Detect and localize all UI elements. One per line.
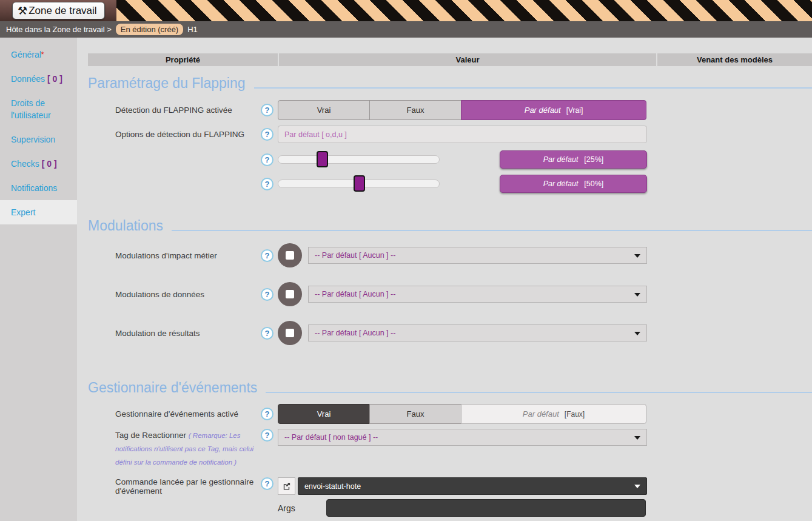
args-input[interactable]: [326, 499, 646, 517]
default-value: [Vrai]: [566, 106, 583, 115]
tristate-flapping-detection: Vrai Faux Par défaut [Vrai]: [278, 100, 647, 120]
row-label: Gestionnaire d'événements activé: [115, 409, 261, 418]
help-icon[interactable]: ?: [261, 153, 273, 166]
workspace-button-label: Zone de travail: [29, 5, 96, 17]
clear-selection-icon[interactable]: [278, 321, 302, 345]
help-icon[interactable]: ?: [261, 327, 273, 340]
select-value: -- Par défaut [ Aucun ] --: [315, 290, 395, 298]
sidebar-item-notifications[interactable]: Notifications: [0, 176, 77, 200]
option-false-button[interactable]: Faux: [369, 404, 461, 424]
count-badge: [ 0 ]: [47, 74, 62, 84]
table-header: Propriété Valeur Venant des modèles: [88, 53, 812, 66]
help-icon[interactable]: ?: [261, 288, 273, 301]
chevron-down-icon: [634, 485, 640, 488]
column-header-models: Venant des modèles: [657, 53, 812, 66]
option-default-button[interactable]: Par défaut [Faux]: [461, 404, 646, 424]
section-title-modulations: Modulations: [88, 216, 812, 234]
row-modulation-data: Modulations de données ? -- Par défaut […: [88, 282, 812, 306]
main-panel: Propriété Valeur Venant des modèles Para…: [77, 38, 812, 521]
sidebar-item-checks[interactable]: Checks[ 0 ]: [0, 152, 77, 176]
section-title-flapping: Paramétrage du Flapping: [88, 73, 812, 92]
option-true-button[interactable]: Vrai: [278, 404, 370, 424]
high-threshold-default-button[interactable]: Par défaut [50%]: [500, 175, 647, 193]
chevron-down-icon: [634, 293, 640, 297]
sidebar-item-label: Supervision: [11, 135, 55, 144]
option-default-button[interactable]: Par défaut [Vrai]: [461, 100, 646, 120]
tools-icon: ⚒: [18, 5, 27, 16]
row-event-handler-enabled: Gestionnaire d'événements activé ? Vrai …: [88, 404, 812, 424]
clear-selection-icon[interactable]: [278, 282, 302, 306]
external-link-icon: [282, 482, 291, 491]
section-title-text: Gestionnaire d'événements: [88, 380, 257, 396]
row-label: Modulations d'impact métier: [115, 251, 261, 260]
column-header-value: Valeur: [279, 53, 656, 66]
row-flapping-options: Options de détection du FLAPPING ?: [88, 126, 812, 143]
slider-handle[interactable]: [354, 175, 365, 192]
row-label: Détection du FLAPPING activée: [115, 106, 261, 115]
section-rule: [254, 87, 812, 89]
sidebar-item-general[interactable]: Général*: [0, 42, 77, 67]
sidebar-item-label: Checks: [11, 159, 39, 169]
row-label: Modulations de données: [115, 290, 261, 299]
row-flapping-detection: Détection du FLAPPING activée ? Vrai Fau…: [88, 100, 812, 120]
row-command-args: Args: [88, 499, 812, 517]
impact-modulation-select[interactable]: -- Par défaut [ Aucun ] --: [308, 247, 647, 264]
slider-handle[interactable]: [317, 151, 328, 167]
tristate-event-handler: Vrai Faux Par défaut [Faux]: [278, 404, 647, 424]
sidebar-item-donnees[interactable]: Données[ 0 ]: [0, 67, 77, 91]
row-flapping-low-threshold: ? Par défaut [25%]: [88, 150, 812, 169]
chevron-down-icon: [634, 436, 640, 440]
row-modulation-impact: Modulations d'impact métier ? -- Par déf…: [88, 243, 812, 267]
sidebar-item-expert[interactable]: Expert: [0, 200, 77, 224]
low-threshold-slider[interactable]: [278, 155, 440, 164]
help-icon[interactable]: ?: [261, 104, 273, 116]
help-icon[interactable]: ?: [261, 477, 273, 490]
row-reactionner-tag: Tag de Reactionner ( Remarque: Les notif…: [88, 429, 812, 469]
row-label: Modulation de résultats: [115, 329, 261, 338]
breadcrumb-path[interactable]: Hôte dans la Zone de travail >: [6, 25, 112, 34]
workspace-button[interactable]: ⚒ Zone de travail: [12, 2, 105, 19]
row-label: Options de détection du FLAPPING: [115, 130, 261, 139]
help-icon[interactable]: ?: [261, 128, 273, 141]
row-label: Tag de Reactionner ( Remarque: Les notif…: [115, 429, 261, 469]
flapping-options-input[interactable]: [278, 126, 647, 143]
default-label: Par défaut: [543, 155, 579, 164]
command-select[interactable]: envoi-statut-hote: [298, 477, 647, 495]
clear-selection-icon[interactable]: [278, 243, 302, 267]
section-rule: [266, 392, 812, 393]
help-icon[interactable]: ?: [261, 249, 273, 262]
tag-label: Tag de Reactionner: [115, 431, 186, 440]
help-icon[interactable]: ?: [261, 408, 273, 420]
section-title-text: Modulations: [88, 218, 163, 234]
required-asterisk: *: [41, 50, 44, 59]
args-label: Args: [278, 503, 326, 513]
option-false-button[interactable]: Faux: [369, 100, 461, 120]
section-rule: [172, 230, 812, 231]
data-modulation-select[interactable]: -- Par défaut [ Aucun ] --: [308, 286, 647, 303]
open-command-button[interactable]: [278, 477, 295, 495]
help-icon[interactable]: ?: [261, 429, 273, 442]
section-title-text: Paramétrage du Flapping: [88, 75, 246, 92]
select-value: -- Par défaut [ Aucun ] --: [315, 251, 395, 260]
breadcrumb: Hôte dans la Zone de travail > En éditio…: [0, 21, 812, 38]
select-value: -- Par défaut [ non tagué ] --: [284, 433, 378, 442]
reactionner-tag-select[interactable]: -- Par défaut [ non tagué ] --: [278, 429, 647, 446]
sidebar-item-label: Notifications: [11, 183, 57, 193]
results-modulation-select[interactable]: -- Par défaut [ Aucun ] --: [308, 324, 647, 341]
default-value: [25%]: [584, 155, 603, 164]
default-label: Par défaut: [525, 106, 561, 115]
low-threshold-default-button[interactable]: Par défaut [25%]: [500, 150, 647, 169]
high-threshold-slider[interactable]: [278, 180, 440, 188]
option-true-button[interactable]: Vrai: [278, 100, 370, 120]
sidebar-item-droits[interactable]: Droits de l'utilisateur: [0, 91, 77, 127]
sidebar-item-label: Droits de l'utilisateur: [11, 98, 51, 120]
sidebar-item-label: Données: [11, 74, 45, 84]
sidebar-item-label: Expert: [11, 207, 35, 217]
default-label: Par défaut: [543, 180, 579, 188]
section-title-events: Gestionnaire d'événements: [88, 378, 812, 396]
sidebar-item-label: Général: [11, 50, 41, 59]
row-modulation-results: Modulation de résultats ? -- Par défaut …: [88, 321, 812, 345]
help-icon[interactable]: ?: [261, 178, 273, 190]
sidebar-item-supervision[interactable]: Supervision: [0, 127, 77, 152]
count-badge: [ 0 ]: [42, 159, 57, 169]
